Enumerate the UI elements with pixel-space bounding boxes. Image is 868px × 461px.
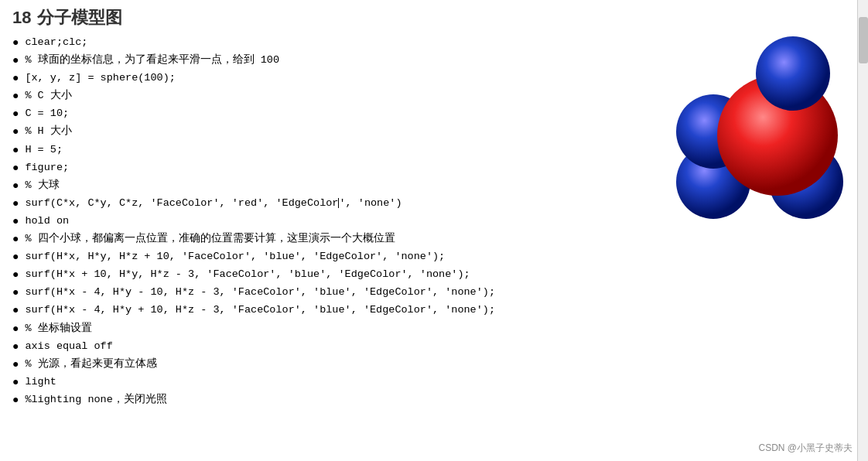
bullet: ● [12, 87, 19, 105]
list-item: ● % 坐标轴设置 [12, 320, 639, 338]
list-item: ● % 四个小球，都偏离一点位置，准确的位置需要计算，这里演示一个大概位置 [12, 230, 639, 248]
bullet: ● [12, 70, 19, 87]
blue-atom-top [756, 36, 830, 111]
code-text: % H 大小 [25, 123, 71, 140]
list-item: ● [x, y, z] = sphere(100); [12, 70, 639, 87]
bullet: ● [12, 159, 19, 177]
list-item: ● surf(H*x - 4, H*y - 10, H*z - 3, 'Face… [12, 284, 639, 302]
right-panel: CSDN @小黑子史蒂夫 [651, 0, 868, 461]
code-text: %lighting none，关闭光照 [25, 391, 166, 408]
scrollbar-thumb[interactable] [859, 17, 868, 63]
bullet: ● [12, 356, 19, 374]
code-text: % 大球 [25, 177, 59, 194]
bullet: ● [12, 266, 19, 284]
code-text: figure; [25, 159, 69, 176]
list-item: ● H = 5; [12, 142, 639, 159]
bullet: ● [12, 123, 19, 141]
list-item: ● figure; [12, 159, 639, 177]
code-text: % 坐标轴设置 [25, 320, 91, 337]
list-item: ● C = 10; [12, 105, 639, 123]
list-item: ● %lighting none，关闭光照 [12, 391, 639, 409]
code-text: % 四个小球，都偏离一点位置，准确的位置需要计算，这里演示一个大概位置 [25, 230, 395, 248]
list-item: ● % 光源，看起来更有立体感 [12, 356, 639, 374]
bullet: ● [12, 338, 19, 356]
molecule-svg [663, 31, 856, 224]
list-item: ● % C 大小 [12, 87, 639, 105]
list-item: ● axis equal off [12, 338, 639, 356]
left-content: 18 分子模型图 ● clear;clc; ● % 球面的坐标信息，为了看起来平… [0, 0, 651, 461]
code-text: surf(H*x - 4, H*y + 10, H*z - 3, 'FaceCo… [25, 302, 495, 319]
bullet: ● [12, 105, 19, 123]
list-item: ● light [12, 374, 639, 391]
scrollbar[interactable] [857, 0, 868, 461]
code-text: C = 10; [25, 105, 69, 122]
code-text-cursor: surf(C*x, C*y, C*z, 'FaceColor', 'red', … [25, 195, 402, 212]
main-container: 18 分子模型图 ● clear;clc; ● % 球面的坐标信息，为了看起来平… [0, 0, 868, 461]
list-item: ● % 大球 [12, 177, 639, 195]
bullet: ● [12, 177, 19, 195]
title-text: 分子模型图 [37, 6, 122, 29]
list-item: ● clear;clc; [12, 34, 639, 52]
list-item: ● surf(H*x + 10, H*y, H*z - 3, 'FaceColo… [12, 266, 639, 284]
list-item: ● % H 大小 [12, 123, 639, 141]
code-text: axis equal off [25, 338, 112, 355]
list-item: ● surf(C*x, C*y, C*z, 'FaceColor', 'red'… [12, 195, 639, 213]
code-text: % C 大小 [25, 87, 71, 104]
bullet: ● [12, 374, 19, 391]
code-text: light [25, 374, 56, 391]
bullet: ● [12, 284, 19, 302]
code-text: clear;clc; [25, 34, 87, 51]
bullet: ● [12, 52, 19, 70]
bullet: ● [12, 195, 19, 213]
bullet: ● [12, 34, 19, 52]
title-section: 18 分子模型图 [12, 6, 639, 29]
bullet: ● [12, 320, 19, 338]
code-list: ● clear;clc; ● % 球面的坐标信息，为了看起来平滑一点，给到 10… [12, 34, 639, 409]
code-text: [x, y, z] = sphere(100); [25, 70, 175, 87]
code-text: hold on [25, 213, 69, 230]
bullet: ● [12, 302, 19, 319]
molecule-container [663, 31, 856, 224]
bullet: ● [12, 248, 19, 266]
code-text: surf(H*x - 4, H*y - 10, H*z - 3, 'FaceCo… [25, 284, 495, 301]
watermark: CSDN @小黑子史蒂夫 [758, 442, 853, 455]
bullet: ● [12, 230, 19, 248]
list-item: ● surf(H*x, H*y, H*z + 10, 'FaceColor', … [12, 248, 639, 266]
bullet: ● [12, 142, 19, 159]
list-item: ● % 球面的坐标信息，为了看起来平滑一点，给到 100 [12, 52, 639, 70]
bullet: ● [12, 391, 19, 409]
code-text: surf(H*x + 10, H*y, H*z - 3, 'FaceColor'… [25, 266, 470, 283]
list-item: ● hold on [12, 213, 639, 230]
code-text: H = 5; [25, 142, 63, 159]
code-text: % 光源，看起来更有立体感 [25, 356, 156, 373]
code-text: surf(H*x, H*y, H*z + 10, 'FaceColor', 'b… [25, 248, 445, 265]
code-text: % 球面的坐标信息，为了看起来平滑一点，给到 100 [25, 52, 279, 69]
bullet: ● [12, 213, 19, 230]
title-number: 18 [12, 8, 31, 28]
list-item: ● surf(H*x - 4, H*y + 10, H*z - 3, 'Face… [12, 302, 639, 319]
